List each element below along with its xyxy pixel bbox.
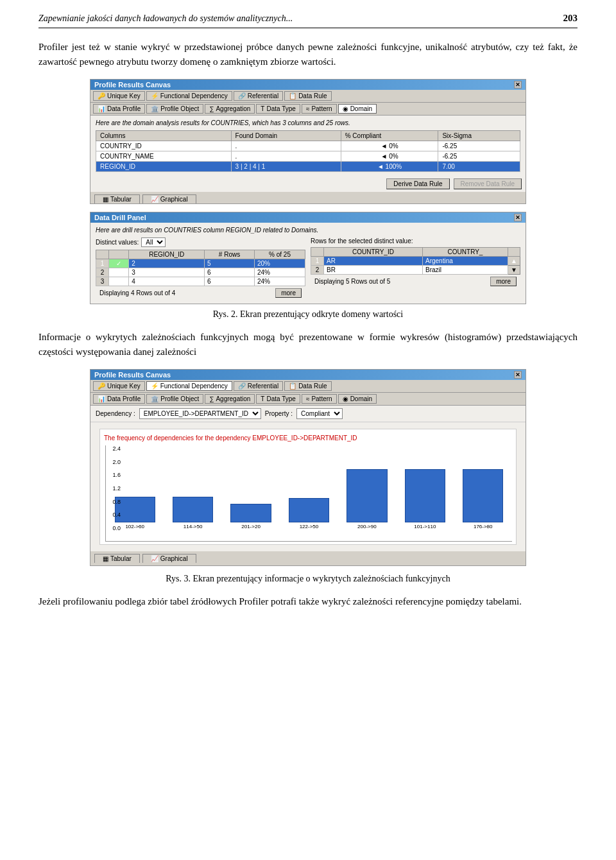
p2-referential-btn[interactable]: 🔗 Referential: [234, 381, 283, 391]
p2-pat-icon: ≈: [306, 395, 310, 402]
table-row[interactable]: COUNTRY_NAME . ◄ 0% -6.25: [96, 151, 520, 162]
functional-dep-btn[interactable]: ⚡ Functional Dependency: [146, 91, 232, 101]
remove-data-rule-btn[interactable]: Remove Data Rule: [454, 178, 522, 189]
p2-key-icon: 🔑: [98, 383, 105, 390]
header-title: Zapewnianie jakości danych ładowanych do…: [38, 13, 293, 24]
p2-agg-icon: ∑: [209, 395, 214, 402]
data-rule-btn[interactable]: 📋 Data Rule: [284, 91, 331, 101]
table-row[interactable]: COUNTRY_ID . ◄ 0% -6.25: [96, 141, 520, 151]
drill-right-more-btn[interactable]: more: [490, 277, 517, 286]
p2-tabular-icon: ▦: [103, 555, 108, 562]
bar-group: 101->110: [396, 445, 454, 529]
col-columns: Columns: [96, 131, 232, 141]
p2-domain-btn[interactable]: ◉ Domain: [338, 394, 377, 404]
dom-icon: ◉: [343, 105, 348, 112]
p2-profile-object-btn[interactable]: 🏛️ Profile Object: [146, 394, 203, 404]
p2-functional-dep-btn[interactable]: ⚡ Functional Dependency: [146, 381, 232, 391]
tabular-tab[interactable]: ▦ Tabular: [94, 194, 140, 203]
ref-icon: 🔗: [238, 92, 246, 99]
referential-btn[interactable]: 🔗 Referential: [234, 91, 283, 101]
col-six-sigma: Six-Sigma: [438, 131, 520, 141]
derive-data-rule-btn[interactable]: Derive Data Rule: [386, 178, 449, 189]
drill-left-header: Distinct values: All: [96, 237, 305, 247]
intro-text: Profiler jest też w stanie wykryć w prze…: [38, 40, 578, 69]
panel1-toolbar-row1: 🔑 Unique Key ⚡ Functional Dependency 🔗 R…: [90, 90, 526, 103]
unique-key-btn[interactable]: 🔑 Unique Key: [93, 91, 145, 101]
rows-label: Rows for the selected distinct value:: [311, 237, 413, 245]
drill-titlebar: Data Drill Panel ✕: [90, 212, 526, 223]
data-type-btn[interactable]: T Data Type: [256, 104, 300, 114]
chart-wrapper: 2.4 2.0 1.6 1.2 0.8 0.4 0.0 102->60 114-…: [104, 445, 512, 542]
bar-label: 114->50: [184, 524, 203, 529]
drill-close-btn[interactable]: ✕: [514, 214, 522, 221]
p2-graphical-tab[interactable]: 📈 Graphical: [142, 554, 196, 563]
p2-rule-icon: 📋: [289, 383, 296, 390]
col-scroll: [508, 248, 520, 257]
pattern-btn[interactable]: ≈ Pattern: [302, 104, 337, 114]
bar-label: 102->60: [125, 524, 144, 529]
prop-dropdown[interactable]: Compliant: [296, 408, 343, 419]
panel1-bottom-btns: Derive Data Rule Remove Data Rule: [90, 176, 526, 192]
domain-btn[interactable]: ◉ Domain: [338, 104, 377, 114]
table-row[interactable]: 2 3 6 24%: [96, 268, 305, 277]
distinct-dropdown[interactable]: All: [141, 237, 166, 247]
profile-panel-1: Profile Results Canvas ✕ 🔑 Unique Key ⚡ …: [90, 79, 526, 204]
caption1: Rys. 2. Ekran prezentujący odkryte domen…: [38, 309, 578, 320]
footer-text: Jeżeli profilowaniu podlega zbiór tabel …: [38, 594, 578, 609]
bar: [173, 497, 213, 522]
type-icon: T: [261, 105, 264, 112]
dep-selector-row: Dependency : EMPLOYEE_ID->DEPARTMENT_ID …: [90, 406, 526, 422]
table-row[interactable]: 1 ✓ 2 5 20%: [96, 259, 305, 268]
bar-label: 101->110: [414, 524, 436, 529]
func-icon: ⚡: [151, 92, 158, 99]
col-country-name: COUNTRY_: [422, 248, 508, 257]
col-region-id: REGION_ID: [129, 250, 205, 259]
y-label: 0.0: [112, 525, 121, 531]
table-row[interactable]: REGION_ID 3 | 2 | 4 | 1 ◄ 100% 7.00: [96, 162, 520, 172]
chart-area: The frequency of dependencies for the de…: [99, 429, 517, 545]
p2-tabular-tab[interactable]: ▦ Tabular: [94, 554, 140, 563]
drill-info-text: Here are drill results on COUNTRIES colu…: [96, 227, 520, 234]
y-label: 2.4: [112, 445, 121, 452]
data-profile-btn[interactable]: 📊 Data Profile: [93, 104, 145, 114]
profile-icon: 📊: [98, 105, 105, 112]
graphical-tab[interactable]: 📈 Graphical: [142, 194, 196, 203]
dep-dropdown[interactable]: EMPLOYEE_ID->DEPARTMENT_ID: [139, 408, 261, 419]
p2-graphical-icon: 📈: [151, 555, 158, 562]
col-compliant: % Compliant: [341, 131, 438, 141]
p2-unique-key-btn[interactable]: 🔑 Unique Key: [93, 381, 145, 391]
table-row[interactable]: 1 AR Argentina ▲: [311, 257, 520, 266]
panel2-close-btn[interactable]: ✕: [514, 371, 522, 379]
drill-panel: Data Drill Panel ✕ Here are drill result…: [90, 212, 526, 304]
p2-obj-icon: 🏛️: [151, 395, 158, 402]
p2-pattern-btn[interactable]: ≈ Pattern: [302, 394, 337, 404]
p2-data-type-btn[interactable]: T Data Type: [256, 394, 300, 404]
prop-label: Property :: [265, 410, 293, 417]
bar-label: 200->90: [357, 524, 377, 529]
drill-left-more-btn[interactable]: more: [275, 288, 302, 298]
panel2-titlebar: Profile Results Canvas ✕: [90, 370, 526, 380]
y-label: 1.2: [112, 485, 121, 492]
profile-object-btn[interactable]: 🏛️ Profile Object: [146, 104, 203, 114]
p2-func-icon: ⚡: [151, 383, 158, 390]
profile-panel-2: Profile Results Canvas ✕ 🔑 Unique Key ⚡ …: [90, 369, 526, 566]
p2-dom-icon: ◉: [343, 395, 348, 402]
bar-group: 122->50: [280, 445, 338, 529]
obj-icon: 🏛️: [151, 105, 158, 112]
table-row[interactable]: 3 4 6 24%: [96, 277, 305, 286]
table-row[interactable]: 2 BR Brazil ▼: [311, 266, 520, 275]
p2-data-rule-btn[interactable]: 📋 Data Rule: [284, 381, 331, 391]
p2-aggregation-btn[interactable]: ∑ Aggregation: [205, 394, 255, 404]
panel2-title: Profile Results Canvas: [94, 371, 171, 379]
chart-title: The frequency of dependencies for the de…: [104, 434, 512, 442]
y-label: 0.8: [112, 499, 121, 505]
bar-group: 201->20: [222, 445, 280, 529]
drill-right-count: Displaying 5 Rows out of 5: [314, 278, 390, 285]
bar-label: 176->80: [474, 524, 493, 529]
drill-left: Distinct values: All REGION_ID # Rows % …: [96, 237, 305, 300]
aggregation-btn[interactable]: ∑ Aggregation: [205, 104, 255, 114]
drill-left-count: Displaying 4 Rows out of 4: [99, 289, 175, 297]
panel1-close-btn[interactable]: ✕: [514, 81, 522, 89]
p2-data-profile-btn[interactable]: 📊 Data Profile: [93, 394, 145, 404]
drill-left-footer: Displaying 4 Rows out of 4 more: [96, 286, 305, 300]
